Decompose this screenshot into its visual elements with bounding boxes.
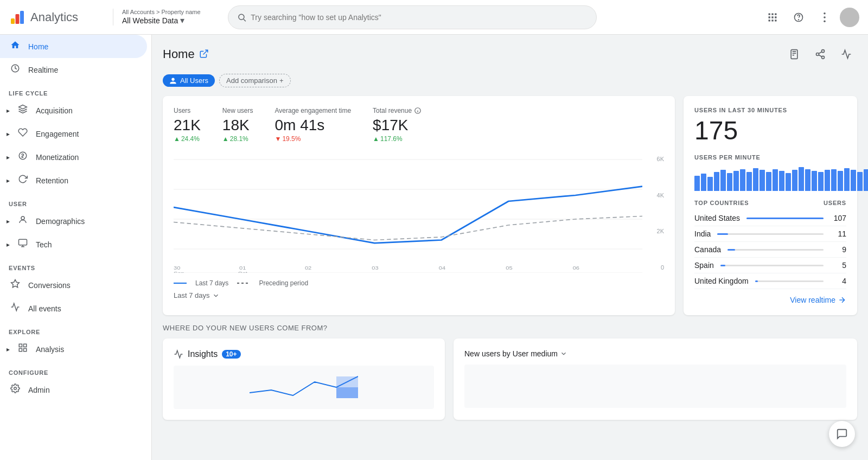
svg-rect-24 xyxy=(19,344,22,347)
country-bar-bg xyxy=(727,249,824,251)
apps-button[interactable] xyxy=(762,7,783,28)
svg-rect-25 xyxy=(24,344,27,347)
insights-icon xyxy=(841,49,852,60)
bar-mini-14 xyxy=(786,173,791,191)
account-dropdown-icon: ▾ xyxy=(180,15,184,25)
account-breadcrumb: All Accounts > Property name xyxy=(122,9,221,15)
svg-rect-58 xyxy=(336,387,358,398)
section-events: EVENTS xyxy=(0,256,151,273)
bar-mini-8 xyxy=(746,172,752,191)
country-row-2: Canada 9 xyxy=(694,242,846,258)
sidebar-item-conversions[interactable]: Conversions xyxy=(0,273,147,297)
acquisition-icon xyxy=(16,104,29,117)
svg-rect-10 xyxy=(775,16,776,18)
svg-rect-30 xyxy=(791,50,797,59)
home-link-icon-btn[interactable] xyxy=(199,49,209,60)
svg-text:05: 05 xyxy=(506,265,513,271)
admin-icon xyxy=(9,384,22,396)
svg-text:03: 03 xyxy=(372,265,379,271)
page-title-row: Home xyxy=(163,47,209,61)
bar-mini-7 xyxy=(740,169,745,191)
country-count: 11 xyxy=(830,229,846,238)
bar-mini-3 xyxy=(714,172,719,191)
arrow-right-icon xyxy=(838,296,846,304)
topbar: Analytics All Accounts > Property name A… xyxy=(0,0,868,35)
countries-header: TOP COUNTRIES USERS xyxy=(694,200,846,206)
sidebar: Home Realtime LIFE CYCLE ▸ Acquisition ▸… xyxy=(0,35,152,460)
country-name: United States xyxy=(694,214,740,222)
chat-fab[interactable] xyxy=(829,421,855,447)
save-report-button[interactable] xyxy=(783,43,805,65)
insights-button[interactable] xyxy=(835,43,857,65)
country-name: Canada xyxy=(694,245,721,254)
country-row-4: United Kingdom 4 xyxy=(694,273,846,289)
country-row-3: Spain 5 xyxy=(694,258,846,273)
country-bar-bg xyxy=(717,233,824,235)
more-button[interactable] xyxy=(814,7,835,28)
share-button[interactable] xyxy=(809,43,831,65)
expand-icon-4: ▸ xyxy=(7,177,10,184)
sidebar-realtime-label: Realtime xyxy=(28,66,58,74)
share-icon xyxy=(815,49,826,60)
expand-icon-2: ▸ xyxy=(7,130,10,138)
new-users-card: New users by User medium xyxy=(454,338,857,420)
bar-mini-23 xyxy=(844,168,850,191)
sidebar-item-retention[interactable]: ▸ Retention xyxy=(0,169,147,192)
new-users-change: ▲ 28.1% xyxy=(222,135,253,143)
app-name: Analytics xyxy=(30,10,78,24)
page-header: Home xyxy=(163,43,857,65)
bar-mini-5 xyxy=(727,173,732,191)
bar-mini-2 xyxy=(707,177,713,191)
account-selector[interactable]: All Website Data ▾ xyxy=(122,15,221,25)
revenue-change: ▲ 117.6% xyxy=(373,135,422,143)
add-comparison-button[interactable]: Add comparison + xyxy=(219,74,291,87)
svg-rect-22 xyxy=(19,239,27,245)
help-icon xyxy=(793,12,804,23)
sidebar-item-home[interactable]: Home xyxy=(0,35,147,58)
expand-icon-6: ▸ xyxy=(7,241,10,248)
bar-mini-17 xyxy=(805,169,810,191)
search-bar[interactable] xyxy=(228,5,597,29)
svg-rect-6 xyxy=(771,13,773,15)
help-button[interactable] xyxy=(788,7,809,28)
sidebar-item-admin[interactable]: Admin xyxy=(0,378,147,401)
search-input[interactable] xyxy=(251,13,588,22)
avatar[interactable] xyxy=(840,8,859,27)
realtime-icon xyxy=(9,63,22,76)
svg-line-37 xyxy=(819,55,822,56)
sidebar-item-demographics[interactable]: ▸ Demographics xyxy=(0,209,147,233)
y-axis-labels: 6K 4K 2K 0 xyxy=(647,154,664,273)
svg-text:Sep: Sep xyxy=(174,270,184,273)
svg-point-36 xyxy=(822,56,825,59)
country-row-0: United States 107 xyxy=(694,210,846,226)
chart-legend: Last 7 days Preceding period xyxy=(174,279,664,287)
svg-point-17 xyxy=(824,16,826,18)
sidebar-item-acquisition[interactable]: ▸ Acquisition xyxy=(0,99,147,122)
country-count: 9 xyxy=(830,245,846,254)
sidebar-item-all-events[interactable]: All events xyxy=(0,297,147,320)
bar-mini-4 xyxy=(720,170,726,191)
bar-mini-1 xyxy=(701,174,706,191)
insights-count-badge: 10+ xyxy=(222,350,240,359)
analysis-label: Analysis xyxy=(36,345,64,354)
realtime-label: USERS IN LAST 30 MINUTES xyxy=(694,107,846,113)
search-icon xyxy=(237,12,246,22)
sidebar-item-engagement[interactable]: ▸ Engagement xyxy=(0,122,147,145)
country-count: 107 xyxy=(830,214,846,222)
expand-icon-5: ▸ xyxy=(7,218,10,225)
users-header: New users by User medium xyxy=(464,349,846,358)
main-layout: Home Realtime LIFE CYCLE ▸ Acquisition ▸… xyxy=(0,35,868,460)
sidebar-item-realtime[interactable]: Realtime xyxy=(0,58,147,81)
users-per-minute-chart xyxy=(694,165,846,191)
bar-mini-16 xyxy=(799,167,804,191)
period-selector[interactable]: Last 7 days xyxy=(174,291,664,299)
bar-mini-0 xyxy=(694,176,700,191)
sidebar-item-analysis[interactable]: ▸ Analysis xyxy=(0,337,147,361)
view-realtime-link[interactable]: View realtime xyxy=(694,296,846,304)
users-medium-dropdown[interactable]: New users by User medium xyxy=(464,349,567,358)
sidebar-item-monetization[interactable]: ▸ Monetization xyxy=(0,145,147,169)
analysis-icon xyxy=(16,343,29,355)
cards-row: Users 21K ▲ 24.4% New users 18K ▲ 28.1% … xyxy=(163,96,857,315)
metric-revenue: Total revenue $17K ▲ 117.6% xyxy=(373,107,422,143)
sidebar-item-tech[interactable]: ▸ Tech xyxy=(0,233,147,256)
